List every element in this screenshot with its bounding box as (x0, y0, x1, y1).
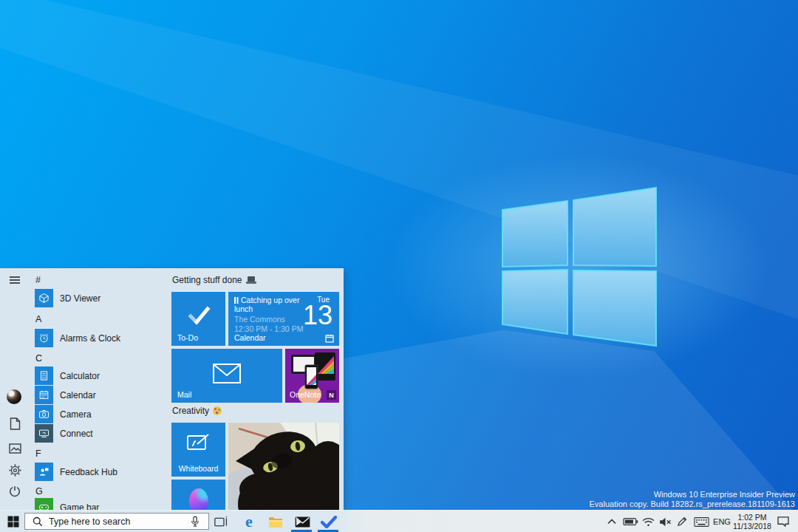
group-title: Getting stuff done (172, 275, 242, 285)
tile-label: To-Do (177, 333, 198, 342)
todo-button[interactable] (316, 511, 341, 532)
tile-label: OneNote (290, 390, 321, 399)
start-button[interactable] (4, 511, 22, 532)
desktop: Windows 10 Enterprise Insider Preview Ev… (0, 0, 798, 532)
language-label: ENG (713, 517, 731, 526)
network-status[interactable] (640, 511, 656, 532)
tile-balloon-app[interactable] (171, 480, 225, 510)
tile-label: Calendar (234, 333, 266, 342)
pen-icon (677, 516, 687, 527)
search-icon (33, 516, 43, 527)
tile-area: Getting stuff done To-Do Catching up ove… (0, 268, 344, 510)
clock-date: 11/13/2018 (733, 522, 771, 531)
edge-icon: e (245, 514, 253, 530)
calendar-day-number: 13 (303, 301, 332, 330)
watermark-line2: Evaluation copy. Build 18282.rs_prerelea… (590, 499, 795, 509)
folder-icon (268, 516, 283, 528)
touch-keyboard-button[interactable] (692, 511, 711, 532)
chevron-up-icon (607, 519, 616, 525)
windows-logo-wallpaper (480, 170, 672, 362)
balloon-gradient-icon (189, 488, 208, 510)
language-indicator[interactable]: ENG (711, 511, 733, 532)
todo-check-icon (321, 516, 337, 528)
tile-whiteboard[interactable]: Whiteboard (171, 423, 225, 477)
tile-photos-cat[interactable] (228, 423, 339, 510)
mail-icon (295, 516, 310, 528)
watermark-line1: Windows 10 Enterprise Insider Preview (590, 490, 795, 499)
tile-label: Whiteboard (171, 464, 225, 473)
onenote-logo: N (327, 390, 336, 400)
tile-calendar[interactable]: Catching up over lunch The Commons 12:30… (228, 292, 339, 346)
task-view-button[interactable] (211, 511, 231, 532)
action-center-button[interactable] (774, 511, 792, 532)
palette-emoji (213, 406, 222, 415)
battery-status[interactable] (621, 511, 639, 532)
calendar-event-time: 12:30 PM - 1:30 PM (234, 324, 303, 333)
insider-watermark: Windows 10 Enterprise Insider Preview Ev… (590, 490, 795, 509)
battery-icon (623, 517, 638, 526)
calendar-event-location: The Commons (234, 315, 285, 324)
speaker-muted-icon (659, 517, 672, 527)
search-placeholder: Type here to search (49, 516, 191, 527)
clock-time: 1:02 PM (733, 513, 771, 522)
mail-button[interactable] (290, 511, 315, 532)
tile-group-header[interactable]: Getting stuff done (172, 275, 256, 285)
calendar-event-title: Catching up over lunch (234, 296, 308, 313)
taskbar-search[interactable]: Type here to search (24, 513, 209, 530)
wifi-icon (642, 517, 655, 527)
laptop-emoji (246, 276, 256, 284)
windows-start-icon (7, 516, 19, 528)
volume-status[interactable] (657, 511, 673, 532)
start-menu: # 3D Viewer A Alarms & (0, 268, 344, 510)
calendar-glyph-icon (325, 334, 334, 343)
meal-icon (234, 297, 236, 304)
taskbar: Type here to search e (0, 510, 798, 532)
keyboard-icon (694, 517, 709, 527)
tile-label: Mail (177, 390, 191, 399)
windows-ink-workspace[interactable] (674, 511, 690, 532)
microphone-icon[interactable] (191, 516, 200, 528)
cat-photo (228, 423, 339, 510)
tile-group-header[interactable]: Creativity (172, 406, 222, 416)
task-view-icon (214, 516, 228, 528)
tile-mail[interactable]: Mail (171, 349, 282, 403)
clock[interactable]: 1:02 PM 11/13/2018 (733, 511, 771, 532)
group-title: Creativity (172, 406, 209, 416)
file-explorer-button[interactable] (263, 511, 288, 532)
tile-todo[interactable]: To-Do (171, 292, 225, 346)
action-center-icon (777, 516, 789, 527)
tray-overflow-button[interactable] (604, 511, 619, 532)
tile-onenote[interactable]: OneNote N (285, 349, 339, 403)
edge-button[interactable]: e (236, 511, 262, 532)
